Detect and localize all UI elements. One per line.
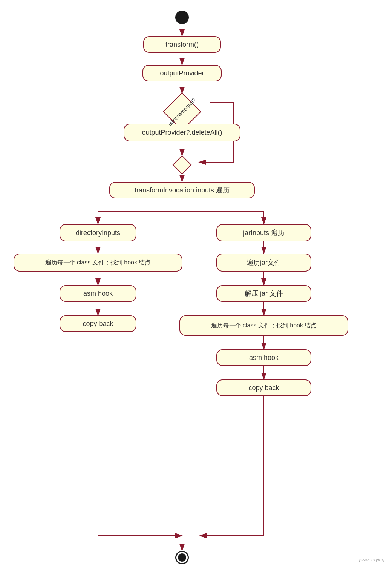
diagram-container: no transform() outputProvider isIncremen… — [0, 0, 392, 570]
end-node-inner — [178, 553, 186, 562]
end-node — [175, 551, 189, 564]
traverse-class1-node: 遍历每一个 class 文件；找到 hook 结点 — [14, 254, 182, 272]
jar-inputs-node: jarInputs 遍历 — [216, 224, 311, 241]
copy-back1-node: copy back — [60, 315, 136, 332]
copy-back2-node: copy back — [216, 379, 311, 396]
directory-inputs-node: directoryInputs — [60, 224, 136, 241]
asm-hook1-node: asm hook — [60, 285, 136, 302]
output-provider-node: outputProvider — [142, 65, 222, 81]
traverse-class2-node: 遍历每一个 class 文件；找到 hook 结点 — [179, 315, 348, 336]
delete-all-node: outputProvider?.deleteAll() — [124, 124, 240, 141]
traverse-jar-node: 遍历jar文件 — [216, 254, 311, 272]
merge-diamond-node — [173, 156, 191, 174]
extract-jar-node: 解压 jar 文件 — [216, 285, 311, 302]
asm-hook2-node: asm hook — [216, 349, 311, 366]
start-node — [175, 11, 189, 24]
arrows-svg: no — [0, 0, 392, 570]
traverse-inputs-node: transformInvocation.inputs 遍历 — [109, 182, 255, 198]
transform-node: transform() — [143, 36, 221, 53]
watermark: jssweetying — [359, 557, 384, 562]
